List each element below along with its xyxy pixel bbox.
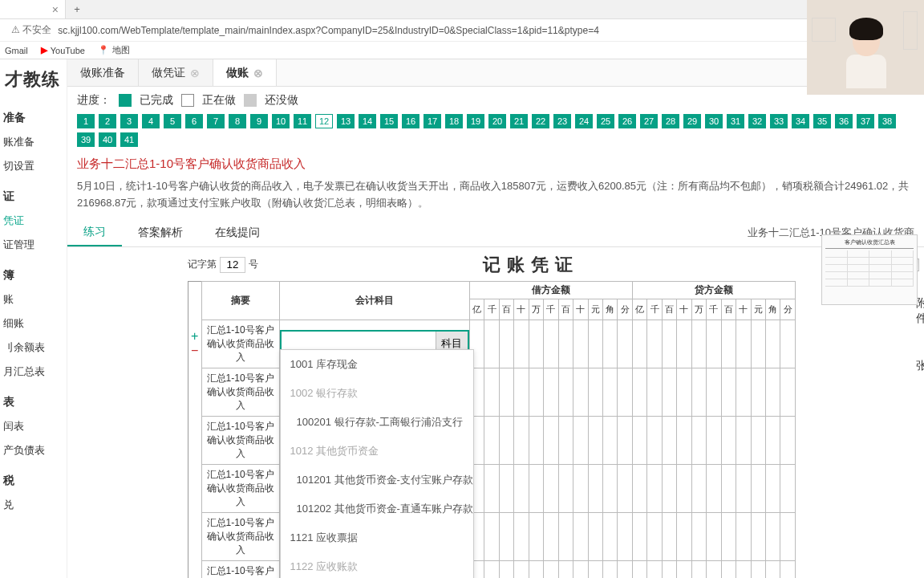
amount-cell[interactable] [484,416,499,464]
amount-cell[interactable] [558,368,573,416]
progress-step[interactable]: 23 [553,114,571,128]
amount-cell[interactable] [721,416,736,464]
summary-cell[interactable]: 汇总1-10号客户确认收货商品收入 [201,464,279,512]
amount-cell[interactable] [529,416,543,464]
amount-cell[interactable] [721,320,736,368]
amount-cell[interactable] [529,560,543,578]
progress-step[interactable]: 25 [597,114,614,128]
remove-row-icon[interactable]: − [188,344,201,358]
amount-cell[interactable] [751,416,765,464]
progress-step[interactable]: 35 [813,114,831,128]
amount-cell[interactable] [602,464,617,512]
amount-cell[interactable] [751,464,765,512]
amount-cell[interactable] [514,368,529,416]
amount-cell[interactable] [514,320,529,368]
amount-cell[interactable] [514,416,529,464]
amount-cell[interactable] [602,560,617,578]
amount-cell[interactable] [707,512,721,560]
amount-cell[interactable] [484,320,499,368]
progress-step[interactable]: 13 [337,114,355,128]
progress-step[interactable]: 34 [792,114,809,128]
summary-cell[interactable]: 汇总1-10号客户确认收货商品收入 [201,512,279,560]
amount-cell[interactable] [514,512,529,560]
close-icon[interactable]: ⊗ [190,67,200,79]
amount-cell[interactable] [618,464,632,512]
progress-step[interactable]: 33 [770,114,788,128]
summary-cell[interactable]: 汇总1-10号客户确认收货商品收入 [201,560,279,578]
amount-cell[interactable] [691,368,706,416]
amount-cell[interactable] [677,464,691,512]
dropdown-option[interactable]: 101201 其他货币资金-支付宝账户存款 [281,466,473,495]
account-cell[interactable]: 科目1001 库存现金1002 银行存款100201 银行存款-工商银行浦沿支行… [279,320,469,368]
amount-cell[interactable] [632,368,646,416]
amount-cell[interactable] [529,320,543,368]
amount-cell[interactable] [514,560,529,578]
amount-cell[interactable] [707,560,721,578]
summary-cell[interactable]: 汇总1-10号客户确认收货商品收入 [201,368,279,416]
progress-step[interactable]: 9 [250,114,268,128]
sidebar-item[interactable]: 兑 [0,493,67,517]
sidebar-item[interactable]: 刂余额表 [0,336,67,360]
amount-cell[interactable] [529,464,543,512]
address-bar[interactable]: ⚠ 不安全 sc.kjjl100.com/WebTemplate/templat… [0,19,924,42]
amount-cell[interactable] [499,512,513,560]
amount-cell[interactable] [780,416,796,464]
amount-cell[interactable] [647,320,662,368]
progress-step[interactable]: 2 [99,114,116,128]
amount-cell[interactable] [780,512,796,560]
bookmark-gmail[interactable]: Gmail [5,46,28,55]
amount-cell[interactable] [662,512,676,560]
close-icon[interactable]: ⊗ [253,67,263,79]
amount-cell[interactable] [765,512,780,560]
amount-cell[interactable] [484,512,499,560]
amount-cell[interactable] [721,512,736,560]
amount-cell[interactable] [707,320,721,368]
amount-cell[interactable] [514,464,529,512]
workspace-tab[interactable]: 做账准备 [67,59,139,86]
amount-cell[interactable] [484,560,499,578]
sidebar-item[interactable]: 账 [0,287,67,311]
progress-step[interactable]: 18 [445,114,463,128]
amount-cell[interactable] [602,416,617,464]
amount-cell[interactable] [691,512,706,560]
amount-cell[interactable] [618,416,632,464]
progress-step[interactable]: 22 [532,114,549,128]
attachment-thumbnail[interactable]: 客户确认收货汇总表 [821,234,918,305]
progress-step[interactable]: 40 [99,132,116,147]
amount-cell[interactable] [647,368,662,416]
progress-step[interactable]: 37 [857,114,874,128]
amount-cell[interactable] [691,560,706,578]
sidebar-item[interactable]: 凭证 [0,209,67,233]
amount-cell[interactable] [632,416,646,464]
amount-cell[interactable] [484,464,499,512]
dropdown-option[interactable]: 100201 银行存款-工商银行浦沿支行 [281,408,473,437]
amount-cell[interactable] [588,320,602,368]
amount-cell[interactable] [573,416,588,464]
tab-question[interactable]: 在线提问 [199,220,276,246]
amount-cell[interactable] [647,464,662,512]
amount-cell[interactable] [677,320,691,368]
new-tab-button[interactable]: + [66,0,88,18]
amount-cell[interactable] [765,320,780,368]
amount-cell[interactable] [647,512,662,560]
amount-cell[interactable] [751,512,765,560]
progress-step[interactable]: 28 [662,114,679,128]
amount-cell[interactable] [647,416,662,464]
progress-step[interactable]: 21 [510,114,528,128]
amount-cell[interactable] [736,320,751,368]
amount-cell[interactable] [602,320,617,368]
amount-cell[interactable] [736,464,751,512]
amount-cell[interactable] [499,560,513,578]
amount-cell[interactable] [573,320,588,368]
amount-cell[interactable] [662,320,676,368]
amount-cell[interactable] [721,560,736,578]
add-row-icon[interactable]: + [188,329,201,344]
amount-cell[interactable] [558,512,573,560]
amount-cell[interactable] [573,512,588,560]
progress-step[interactable]: 17 [424,114,441,128]
progress-step[interactable]: 15 [380,114,398,128]
amount-cell[interactable] [736,416,751,464]
tab-answer[interactable]: 答案解析 [122,220,199,246]
amount-cell[interactable] [618,368,632,416]
progress-step[interactable]: 19 [467,114,484,128]
